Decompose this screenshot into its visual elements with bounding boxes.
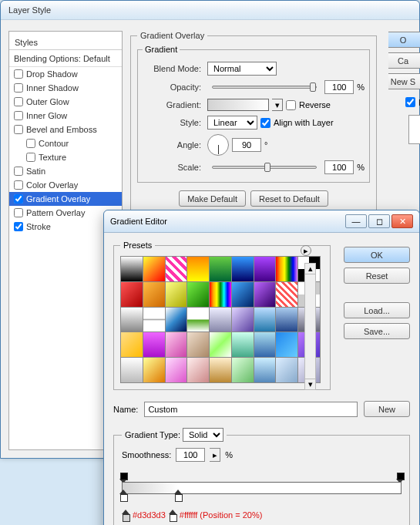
preset-swatch[interactable]	[143, 282, 165, 307]
style-check[interactable]	[14, 167, 23, 176]
preset-swatch[interactable]	[143, 358, 165, 382]
preset-swatch[interactable]	[276, 358, 297, 382]
ge-save-button[interactable]: Save...	[344, 323, 410, 339]
ge-ok-button[interactable]: OK	[344, 247, 410, 263]
reset-default-button[interactable]: Reset to Default	[250, 190, 328, 207]
gradient-bar[interactable]	[122, 482, 402, 494]
preset-swatch[interactable]	[121, 282, 143, 307]
scroll-down-icon[interactable]: ▾	[305, 379, 315, 389]
preset-swatch[interactable]	[121, 332, 143, 357]
style-item-gradient-overlay[interactable]: Gradient Overlay	[9, 192, 122, 206]
blending-options[interactable]: Blending Options: Default	[9, 52, 122, 67]
preset-swatch[interactable]	[210, 257, 231, 281]
preset-swatch[interactable]	[121, 308, 143, 332]
style-check[interactable]	[14, 125, 23, 134]
style-check[interactable]	[14, 208, 23, 217]
preset-swatch[interactable]	[187, 308, 209, 332]
color-stop-1[interactable]	[119, 490, 127, 500]
preset-swatch[interactable]	[276, 308, 297, 332]
style-check[interactable]	[14, 69, 23, 79]
style-check[interactable]	[14, 97, 23, 106]
preset-swatch[interactable]	[276, 332, 297, 357]
ge-load-button[interactable]: Load...	[344, 302, 410, 318]
preset-swatch[interactable]	[210, 282, 231, 307]
smooth-value[interactable]: 100	[176, 448, 205, 462]
preset-swatch[interactable]	[254, 257, 276, 281]
style-item-color-overlay[interactable]: Color Overlay	[9, 178, 122, 192]
preset-swatch[interactable]	[143, 332, 165, 357]
style-item-drop-shadow[interactable]: Drop Shadow	[9, 67, 122, 81]
color-stop-2[interactable]	[174, 490, 182, 500]
ok-button[interactable]: O	[388, 32, 420, 48]
preset-swatch[interactable]	[232, 282, 254, 307]
style-check[interactable]	[14, 222, 23, 231]
preset-swatch[interactable]	[254, 308, 276, 332]
preset-swatch[interactable]	[254, 282, 276, 307]
cancel-button[interactable]: Ca	[388, 52, 420, 69]
preset-swatch[interactable]	[166, 308, 187, 332]
preset-swatch[interactable]	[276, 257, 297, 281]
preset-swatch[interactable]	[166, 257, 187, 281]
new-button[interactable]: New	[364, 401, 410, 417]
preset-swatch[interactable]	[187, 257, 209, 281]
preset-swatch[interactable]	[166, 282, 187, 307]
preset-swatch[interactable]	[254, 332, 276, 357]
opacity-value[interactable]: 100	[324, 80, 354, 94]
name-input[interactable]	[144, 402, 358, 417]
gradient-swatch[interactable]	[207, 99, 269, 111]
angle-dial[interactable]	[207, 134, 229, 156]
preset-swatch[interactable]	[143, 308, 165, 332]
style-check[interactable]	[26, 139, 35, 148]
preset-swatch[interactable]	[187, 358, 209, 382]
opacity-slider[interactable]	[212, 86, 317, 89]
close-icon[interactable]: ✕	[391, 214, 413, 228]
style-item-outer-glow[interactable]: Outer Glow	[9, 95, 122, 109]
minimize-icon[interactable]: —	[345, 214, 367, 228]
ge-reset-button[interactable]: Reset	[344, 268, 410, 284]
style-select[interactable]: Linear	[207, 116, 257, 130]
reverse-check[interactable]	[286, 100, 296, 110]
style-item-bevel-and-emboss[interactable]: Bevel and Emboss	[9, 123, 122, 136]
new-style-button[interactable]: New S	[388, 73, 420, 89]
blend-mode-select[interactable]: Normal	[207, 62, 277, 76]
window-title[interactable]: Layer Style	[1, 1, 419, 20]
preset-swatch[interactable]	[232, 358, 254, 382]
preset-swatch[interactable]	[210, 308, 231, 332]
align-check[interactable]	[260, 118, 270, 128]
preset-swatch[interactable]	[232, 257, 254, 281]
maximize-icon[interactable]: ◻	[368, 214, 390, 228]
preset-swatch[interactable]	[210, 332, 231, 357]
preset-swatch[interactable]	[187, 332, 209, 357]
preset-swatch[interactable]	[210, 358, 231, 382]
style-check[interactable]	[14, 111, 23, 120]
style-check[interactable]	[14, 83, 23, 93]
style-item-contour[interactable]: Contour	[9, 136, 122, 150]
preset-swatch[interactable]	[232, 332, 254, 357]
angle-value[interactable]: 90	[232, 138, 261, 152]
preset-swatch[interactable]	[121, 358, 143, 382]
ge-titlebar[interactable]: Gradient Editor — ◻ ✕	[104, 210, 419, 233]
scale-slider[interactable]	[212, 166, 317, 169]
styles-header[interactable]: Styles	[9, 35, 122, 50]
style-check[interactable]	[26, 153, 35, 162]
style-check[interactable]	[14, 194, 23, 204]
presets-menu-icon[interactable]: ▸	[301, 245, 311, 256]
make-default-button[interactable]: Make Default	[179, 190, 246, 207]
scroll-up-icon[interactable]: ▴	[305, 264, 315, 274]
preset-swatch[interactable]	[254, 358, 276, 382]
preset-swatch[interactable]	[166, 358, 187, 382]
preset-swatch[interactable]	[276, 282, 297, 307]
style-item-inner-shadow[interactable]: Inner Shadow	[9, 81, 122, 95]
presets-scrollbar[interactable]: ▴ ▾	[304, 263, 316, 390]
preset-swatch[interactable]	[143, 257, 165, 281]
style-item-inner-glow[interactable]: Inner Glow	[9, 109, 122, 123]
gradient-dropdown[interactable]: ▾	[272, 99, 283, 111]
style-check[interactable]	[14, 180, 23, 190]
preset-swatch[interactable]	[166, 332, 187, 357]
style-item-texture[interactable]: Texture	[9, 150, 122, 164]
smooth-stepper[interactable]: ▸	[210, 448, 220, 462]
gtype-select[interactable]: Solid	[183, 428, 223, 442]
scale-value[interactable]: 100	[324, 160, 354, 174]
preset-swatch[interactable]	[232, 308, 254, 332]
preset-swatch[interactable]	[187, 282, 209, 307]
